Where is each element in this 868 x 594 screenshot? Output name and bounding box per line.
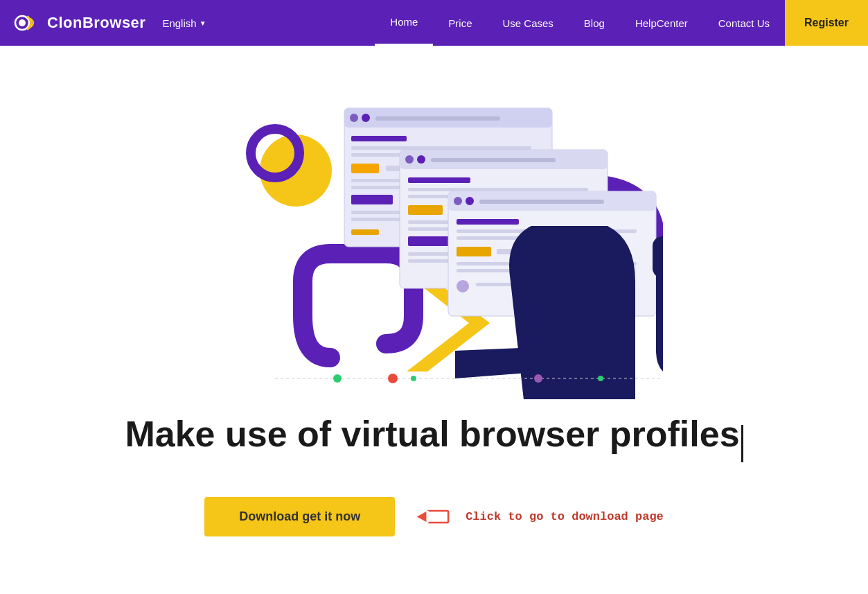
svg-rect-25: [405, 155, 414, 164]
svg-rect-12: [351, 146, 531, 150]
svg-rect-51: [457, 280, 469, 292]
nav-links: Home Price Use Cases Blog HelpCenter Con…: [375, 0, 785, 46]
navbar: ClonBrowser English ▼ Home Price Use Cas…: [0, 0, 868, 46]
logo[interactable]: ClonBrowser: [14, 10, 145, 36]
text-cursor: [741, 425, 743, 462]
navbar-right: Home Price Use Cases Blog HelpCenter Con…: [375, 0, 868, 46]
svg-rect-31: [408, 205, 443, 215]
svg-point-1: [19, 19, 26, 26]
svg-marker-69: [417, 511, 427, 523]
nav-contact-us[interactable]: Contact Us: [703, 0, 785, 46]
svg-point-60: [389, 374, 397, 383]
svg-rect-55: [653, 236, 663, 278]
svg-point-61: [411, 376, 416, 381]
svg-rect-18: [351, 195, 393, 204]
svg-rect-10: [375, 116, 500, 121]
cta-section: Download get it now Click to go to downl…: [204, 497, 664, 564]
hint-text: Click to go to download page: [466, 510, 664, 523]
svg-point-59: [333, 374, 342, 383]
download-button[interactable]: Download get it now: [204, 497, 395, 536]
language-label: English: [162, 17, 196, 29]
nav-price[interactable]: Price: [433, 0, 487, 46]
svg-rect-44: [457, 219, 519, 225]
svg-rect-29: [408, 188, 588, 191]
svg-rect-14: [351, 164, 379, 173]
arrow-icon: [416, 501, 457, 532]
svg-point-62: [534, 374, 542, 383]
hero-illustration: [0, 46, 868, 406]
nav-blog[interactable]: Blog: [569, 0, 620, 46]
logo-text: ClonBrowser: [47, 14, 145, 32]
headline-section: Make use of virtual browser profiles: [111, 406, 756, 483]
svg-point-63: [598, 376, 603, 381]
svg-rect-27: [431, 158, 556, 162]
nav-home[interactable]: Home: [375, 0, 433, 46]
svg-rect-22: [351, 229, 379, 235]
navbar-left: ClonBrowser English ▼: [14, 10, 206, 36]
hero-section: Make use of virtual browser profiles Dow…: [0, 46, 868, 594]
svg-rect-70: [427, 511, 429, 523]
svg-rect-68: [427, 511, 448, 523]
svg-rect-11: [351, 136, 407, 141]
svg-rect-9: [362, 114, 370, 122]
cta-hint: Click to go to download page: [416, 501, 664, 532]
svg-rect-43: [479, 200, 604, 204]
nav-helpcenter[interactable]: HelpCenter: [620, 0, 703, 46]
main-headline: Make use of virtual browser profiles: [125, 414, 739, 454]
chevron-down-icon: ▼: [200, 19, 206, 27]
logo-icon: [14, 10, 40, 36]
svg-rect-28: [408, 177, 470, 183]
svg-rect-8: [350, 114, 358, 122]
svg-rect-26: [417, 155, 425, 164]
svg-rect-41: [454, 197, 462, 205]
illustration-svg: [206, 60, 663, 399]
svg-rect-42: [466, 197, 474, 205]
language-selector[interactable]: English ▼: [162, 17, 206, 29]
svg-rect-47: [457, 247, 491, 256]
register-button[interactable]: Register: [785, 0, 868, 46]
nav-use-cases[interactable]: Use Cases: [488, 0, 569, 46]
